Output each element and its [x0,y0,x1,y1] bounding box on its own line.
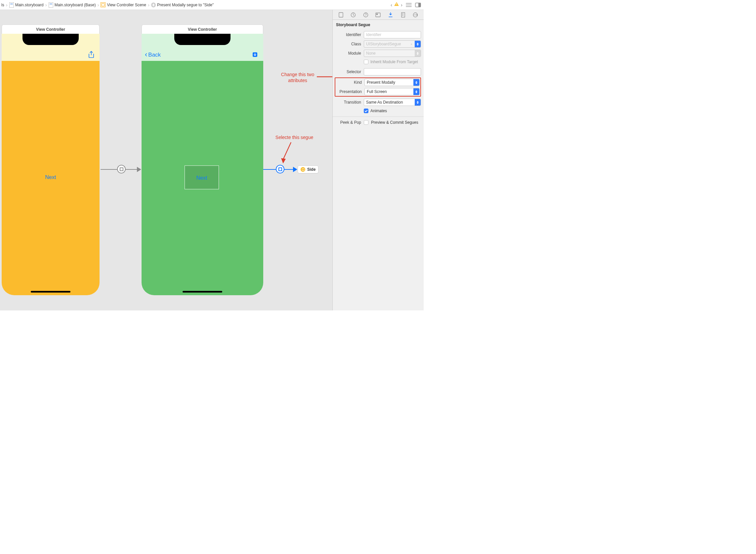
arrowhead-icon [293,167,297,172]
peek-pop-checkbox[interactable] [364,120,368,125]
selector-field[interactable] [364,68,421,75]
svg-rect-1 [418,3,421,7]
svg-rect-13 [401,13,405,17]
crumb-storyboard-file[interactable]: Main.storyboard [9,2,44,8]
crumb-storyboard-base[interactable]: Main.storyboard (Base) [48,2,97,8]
device-mockup-left[interactable]: Next [2,34,100,295]
download-icon[interactable] [251,51,259,58]
segue-node-gray[interactable] [117,165,126,173]
transition-label: Transition [335,100,361,105]
module-select[interactable]: None [364,50,421,57]
container-next-button[interactable]: Next [196,175,207,181]
viewcontroller-icon [301,167,305,172]
notch [22,34,79,45]
notch [174,34,231,45]
next-button[interactable]: Next [45,174,56,180]
chevron-right-icon: › [147,2,150,8]
crumb-scene[interactable]: View Controller Scene [100,2,147,7]
annotation-arrow-icon [280,141,294,165]
vc-title: View Controller [36,27,65,32]
crumb-label: Main.storyboard (Base) [55,3,96,7]
size-inspector-tab[interactable] [399,11,407,18]
side-destination-chip[interactable]: Side [298,165,318,173]
device-screen [141,34,263,295]
vc-title: View Controller [188,27,217,32]
crumb-label: Present Modally segue to "Side" [157,3,214,7]
select-arrows-icon [414,79,419,86]
identity-inspector-tab[interactable] [374,11,382,18]
module-label: Module [335,51,361,56]
attributes-inspector-tab[interactable] [387,11,394,18]
segue-icon [151,3,156,7]
connections-inspector-tab[interactable] [412,11,419,18]
inherit-module-label: Inherit Module From Target [370,60,418,64]
vc-titlebar[interactable]: View Controller [2,24,100,34]
presentation-label: Presentation [336,89,362,94]
presentation-value: Full Screen [367,89,387,94]
select-arrows-icon [415,41,421,47]
class-label: Class [335,42,361,46]
nav-forward-button[interactable]: › [401,2,402,8]
annotation-arrow-icon [317,74,332,79]
presentation-select[interactable]: Full Screen [365,88,420,95]
class-select[interactable]: UIStoryboardSegue ◦ [364,40,421,48]
storyboard-canvas[interactable]: View Controller Next [0,10,332,311]
inherit-module-checkbox[interactable] [364,60,368,64]
breadcrumbs: ls › Main.storyboard › Main.storyboard (… [0,2,391,8]
nav-back-button[interactable]: ‹ [391,2,392,8]
home-indicator [183,291,222,292]
inspector-tabs: ? [333,10,424,20]
divider [333,116,424,117]
back-button[interactable]: ‹ Back [145,52,161,58]
select-arrows-icon [415,99,421,106]
crumb-label: ls [1,3,4,7]
identifier-field[interactable]: Identifier [364,31,421,38]
arrowhead-icon [137,167,141,172]
peek-pop-label: Peek & Pop [335,120,361,125]
help-inspector-tab[interactable]: ? [362,11,369,18]
file-icon [49,2,53,8]
chevron-right-icon: › [45,2,47,8]
container-view[interactable]: Next [185,165,219,189]
vc-titlebar[interactable]: View Controller [141,24,263,34]
scene-icon [101,2,106,7]
inspector-panel: ? Storyboard Segue Identifier [332,10,424,311]
kind-value: Present Modally [367,80,395,85]
svg-rect-7 [339,13,343,17]
file-inspector-tab[interactable] [337,11,344,18]
animates-checkbox[interactable] [364,109,368,113]
crumb-label: Main.storyboard [15,3,44,7]
svg-marker-6 [281,158,286,164]
module-value: None [366,51,376,56]
crumb-folder[interactable]: ls [1,3,5,7]
breadcrumb-bar: ls › Main.storyboard › Main.storyboard (… [0,0,424,10]
crumb-segue[interactable]: Present Modally segue to "Side" [150,3,214,7]
outline-toggle-icon[interactable] [406,3,412,7]
chevron-right-icon: › [6,2,8,8]
animates-label: Animates [370,109,387,113]
identifier-label: Identifier [335,33,361,37]
highlighted-attributes-box: Kind Present Modally Presentation Full S… [335,77,421,97]
select-arrows-icon [414,88,419,95]
svg-text:?: ? [365,13,367,17]
crumb-label: View Controller Scene [107,3,146,7]
back-label: Back [148,52,161,58]
assistant-toggle-icon[interactable] [415,3,421,7]
class-value: UIStoryboardSegue [366,42,401,46]
peek-pop-value: Preview & Commit Segues [371,120,418,125]
warning-icon[interactable] [394,2,399,6]
share-icon[interactable] [88,51,95,58]
history-inspector-tab[interactable] [350,11,357,18]
select-arrows-icon [415,50,421,57]
transition-select[interactable]: Same As Destination [364,99,421,106]
svg-line-5 [283,142,291,160]
svg-rect-12 [376,13,378,15]
annotation-change-attrs: Change this two attributes [274,71,321,84]
home-indicator [31,291,70,292]
kind-select[interactable]: Present Modally [365,79,420,86]
device-mockup-right[interactable]: ‹ Back Next [141,34,263,295]
jump-to-class-icon[interactable]: ◦ [409,41,414,47]
segue-node-blue[interactable] [276,165,285,173]
transition-value: Same As Destination [366,100,403,105]
device-screen [2,34,100,295]
